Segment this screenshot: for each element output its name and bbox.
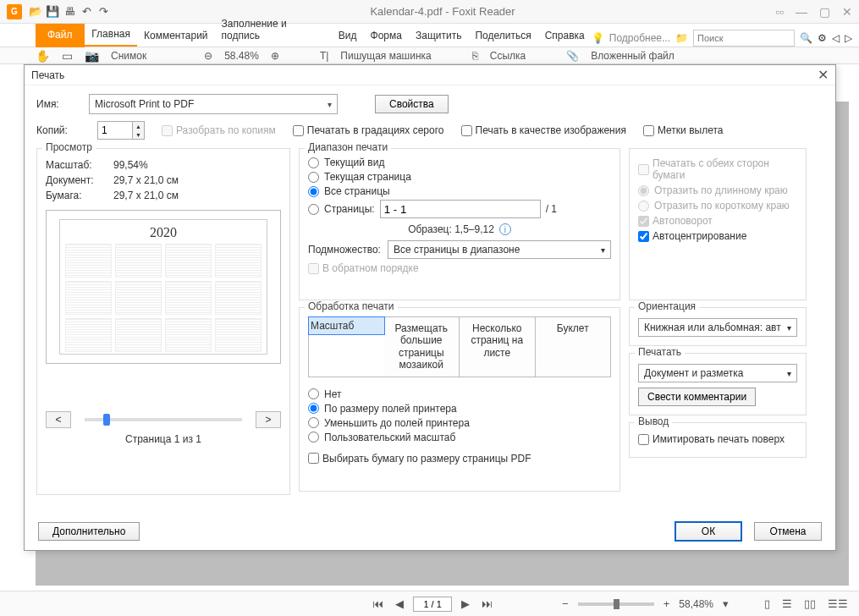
preview-year: 2020 (65, 225, 262, 240)
simulate-checkbox[interactable] (638, 434, 649, 445)
zoom-value[interactable]: 58.48% (224, 50, 259, 62)
scale-value: 99,54% (113, 159, 281, 171)
flip-short-radio (638, 201, 649, 212)
range-all-radio[interactable] (308, 186, 319, 197)
zoom-slider[interactable] (578, 602, 654, 606)
autocenter-label: Автоцентрирование (653, 230, 746, 242)
bleed-checkbox[interactable] (643, 125, 654, 136)
cancel-button[interactable]: Отмена (754, 522, 822, 541)
spin-up-icon[interactable]: ▲ (133, 122, 144, 130)
handling-tab-booklet[interactable]: Буклет (536, 317, 611, 377)
nav-next-icon[interactable]: ▷ (845, 32, 852, 44)
tab-comment[interactable]: Комментарий (137, 25, 215, 47)
zoom-percent[interactable]: 58,48% (679, 598, 713, 610)
subset-select[interactable]: Все страницы в диапазоне▾ (388, 240, 611, 259)
range-pages-label: Страницы: (324, 203, 375, 215)
doc-size-label: Документ: (46, 174, 113, 186)
scale-none-radio[interactable] (308, 388, 319, 399)
tab-help[interactable]: Справка (538, 25, 592, 47)
layout-cont-icon[interactable]: ☰ (779, 597, 795, 610)
range-pages-input[interactable] (380, 200, 541, 218)
autocenter-checkbox[interactable] (638, 231, 649, 242)
orientation-select[interactable]: Книжная или альбомная: авт▾ (638, 318, 797, 337)
print-icon[interactable]: 🖶 (63, 5, 76, 19)
search-input[interactable] (693, 30, 795, 47)
zoom-out-icon[interactable]: ⊖ (204, 50, 212, 62)
nav-prev-icon[interactable]: ◁ (832, 32, 840, 44)
minimize-icon[interactable]: — (796, 5, 807, 19)
zoom-out-status-icon[interactable]: − (559, 597, 571, 610)
what-select[interactable]: Документ и разметка▾ (638, 364, 797, 382)
first-page-icon[interactable]: ⏮ (370, 597, 386, 610)
layout-contfacing-icon[interactable]: ☰☰ (825, 597, 851, 610)
attach-icon[interactable]: 📎 (566, 50, 579, 62)
typewriter-icon[interactable]: T| (320, 50, 328, 62)
prev-page-icon[interactable]: ◀ (393, 597, 406, 610)
handling-tab-multi[interactable]: Несколько страниц на листе (460, 317, 536, 377)
printer-select[interactable]: Microsoft Print to PDF ▾ (89, 94, 338, 114)
range-currentpage-radio[interactable] (308, 172, 319, 183)
preview-page-label: Страница 1 из 1 (46, 433, 281, 445)
summarize-button[interactable]: Свести комментарии (638, 388, 756, 406)
tab-home[interactable]: Главная (85, 23, 137, 47)
chevron-down-icon[interactable]: ▾ (720, 597, 731, 610)
copies-spinner[interactable]: ▲▼ (97, 121, 145, 140)
open-icon[interactable]: 📂 (29, 5, 42, 19)
maximize-icon[interactable]: ▢ (819, 5, 830, 19)
select-icon[interactable]: ▭ (62, 49, 73, 63)
duplex-checkbox (638, 164, 649, 175)
advanced-button[interactable]: Дополнительно (38, 522, 140, 541)
bulb-icon[interactable]: 💡 (592, 32, 604, 44)
choose-paper-checkbox[interactable] (308, 453, 319, 464)
tab-form[interactable]: Форма (364, 25, 409, 47)
tab-view[interactable]: Вид (332, 25, 364, 47)
zoom-in-icon[interactable]: ⊕ (271, 50, 279, 62)
last-page-icon[interactable]: ⏭ (479, 597, 495, 610)
properties-button[interactable]: Свойства (375, 95, 449, 113)
copies-input[interactable] (98, 122, 132, 139)
ok-button[interactable]: ОК (675, 521, 742, 542)
titlebar: G 📂 💾 🖶 ↶ ↷ Kalendar-4.pdf - Foxit Reade… (0, 0, 859, 24)
handling-tab-scale[interactable]: Масштаб (308, 316, 385, 335)
search-icon[interactable]: 🔍 (800, 32, 812, 44)
more-link[interactable]: Подробнее... (609, 32, 670, 44)
tab-fillsign[interactable]: Заполнение и подпись (215, 13, 332, 47)
attach-label: Вложенный файл (591, 50, 675, 62)
preview-slider[interactable] (85, 418, 242, 421)
dialog-close-icon[interactable]: ✕ (818, 67, 829, 83)
link-icon[interactable]: ⎘ (472, 50, 478, 62)
preview-prev-button[interactable]: < (46, 411, 71, 428)
choose-paper-label: Выбирать бумагу по размеру страницы PDF (322, 453, 531, 465)
scale-fit-radio[interactable] (308, 403, 319, 414)
file-tab[interactable]: Файл (36, 24, 85, 47)
flip-short-label: Отразить по короткому краю (654, 200, 790, 212)
redo-icon[interactable]: ↷ (96, 5, 110, 19)
info-icon[interactable]: i (499, 223, 511, 235)
camera-icon[interactable]: 📷 (85, 49, 99, 63)
tab-share[interactable]: Поделиться (468, 25, 537, 47)
scale-shrink-radio[interactable] (308, 417, 319, 428)
hand-icon[interactable]: ✋ (36, 49, 50, 63)
scale-custom-radio[interactable] (308, 432, 319, 443)
ribbon-toggle-icon[interactable]: ▫▫ (775, 5, 784, 19)
grayscale-checkbox[interactable] (293, 125, 304, 136)
tab-protect[interactable]: Защитить (409, 25, 468, 47)
gear-icon[interactable]: ⚙ (818, 32, 827, 44)
spin-down-icon[interactable]: ▼ (133, 130, 144, 139)
range-pages-radio[interactable] (308, 204, 319, 215)
undo-icon[interactable]: ↶ (80, 5, 93, 19)
close-window-icon[interactable]: ✕ (842, 5, 852, 19)
next-page-icon[interactable]: ▶ (459, 597, 472, 610)
preview-canvas: 2020 (46, 210, 281, 364)
folder-icon[interactable]: 📁 (675, 32, 688, 44)
preview-next-button[interactable]: > (256, 411, 281, 428)
snapshot-label: Снимок (111, 50, 146, 62)
page-input[interactable] (413, 597, 452, 612)
layout-facing-icon[interactable]: ▯▯ (801, 597, 818, 610)
as-image-checkbox[interactable] (461, 125, 472, 136)
handling-tab-tile[interactable]: Размещать большие страницы мозаикой (384, 317, 460, 377)
zoom-in-status-icon[interactable]: + (661, 597, 673, 610)
save-icon[interactable]: 💾 (46, 5, 59, 19)
layout-single-icon[interactable]: ▯ (762, 597, 773, 610)
range-currentview-radio[interactable] (308, 157, 319, 168)
